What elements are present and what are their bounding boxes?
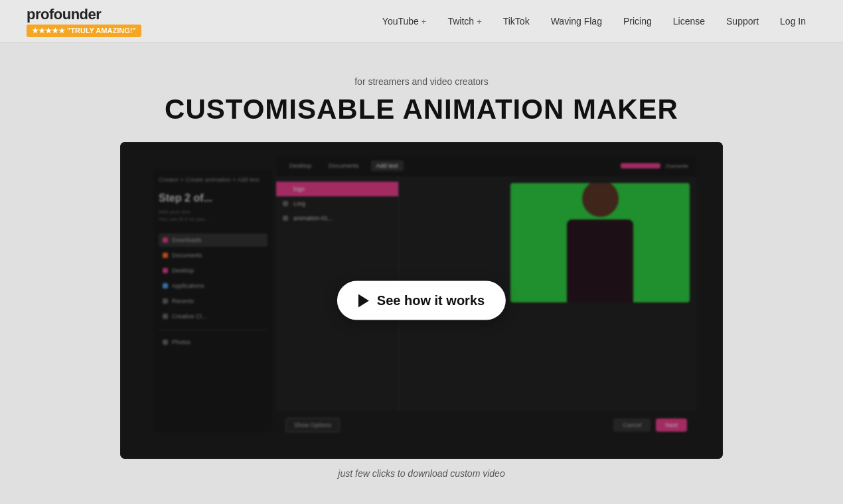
nav-pricing[interactable]: Pricing: [613, 11, 662, 32]
panel-divider: [159, 330, 268, 336]
hero-subtitle: for streamers and video creators: [13, 76, 830, 87]
video-caption: just few clicks to download custom video: [0, 468, 843, 479]
next-button[interactable]: Next: [656, 418, 687, 432]
panel-dot-icon: [163, 314, 168, 319]
file-item-logo: logo: [276, 182, 398, 196]
person-container: [510, 183, 690, 302]
hero-title: CUSTOMISABLE ANIMATION MAKER: [13, 94, 830, 125]
nav-youtube[interactable]: YouTube +: [372, 11, 437, 32]
nav-waving-flag[interactable]: Waving Flag: [540, 11, 613, 32]
file-name: logo: [293, 186, 392, 192]
cancel-button[interactable]: Cancel: [613, 418, 651, 432]
progress-bar: [621, 163, 660, 168]
person-body: [567, 220, 633, 303]
main-nav: YouTube + Twitch + TikTok Waving Flag Pr…: [372, 11, 816, 32]
step-desc: Add your textYou can fit it on you...: [159, 208, 268, 223]
panel-dot-icon: [163, 237, 168, 243]
file-name: Lorg: [293, 200, 392, 207]
panel-item-recents: Recents: [159, 294, 268, 308]
nav-youtube-plus: +: [422, 17, 427, 27]
panel-item-applications: Applications: [159, 279, 268, 292]
hero-section: for streamers and video creators CUSTOMI…: [0, 43, 843, 142]
show-options-button[interactable]: Show Options: [285, 418, 340, 432]
logo-badge: ★★★★★ "TRULY AMAZING!": [27, 25, 141, 37]
panel-item-desktop: Desktop: [159, 264, 268, 277]
panel-item-creative: Creative Cl...: [159, 310, 268, 323]
dialog-tab-documents: Documents: [323, 160, 364, 171]
video-preview: Creator > Create animation > Add text St…: [120, 142, 723, 459]
panel-dot-icon: [163, 340, 168, 345]
dialog-tab-addtext: Add text: [371, 160, 404, 171]
panel-dot-icon: [163, 283, 168, 288]
panel-item-photos: Photos: [159, 336, 268, 349]
sidebar-panel: Creator > Create animation > Add text St…: [153, 168, 273, 432]
progress-label: Overwrite: [666, 163, 688, 169]
person-head: [582, 183, 619, 217]
green-screen-preview: [510, 183, 690, 302]
logo-area: profounder ★★★★★ "TRULY AMAZING!": [27, 6, 141, 37]
bottom-action-panel: Show Options Cancel Next: [276, 411, 696, 439]
nav-support[interactable]: Support: [716, 11, 769, 32]
file-item-info: Lorg: [293, 200, 392, 207]
dialog-tab-desktop: Desktop: [284, 160, 317, 171]
nav-tiktok[interactable]: TikTok: [493, 11, 540, 32]
action-buttons: Cancel Next: [613, 418, 687, 432]
breadcrumb: Creator > Create animation > Add text: [159, 176, 268, 183]
nav-twitch-plus: +: [477, 17, 482, 27]
file-icon: [283, 186, 288, 192]
video-container: Creator > Create animation > Add text St…: [120, 142, 723, 459]
person-figure: [567, 183, 633, 302]
logo-text: profounder: [27, 6, 141, 23]
panel-item-downloads: Downloads: [159, 233, 268, 247]
panel-dot-icon: [163, 298, 168, 304]
nav-license[interactable]: License: [662, 11, 716, 32]
play-icon: [358, 294, 369, 307]
dialog-header: Desktop Documents Add text Overwrite: [276, 155, 696, 176]
file-name: animation-01...: [293, 215, 392, 221]
file-icon: [283, 216, 288, 221]
file-icon: [283, 201, 288, 206]
file-item-info: animation-01...: [293, 215, 392, 221]
nav-twitch[interactable]: Twitch +: [437, 11, 492, 32]
nav-login[interactable]: Log In: [769, 11, 816, 32]
panel-dot-icon: [163, 253, 168, 258]
step-label: Step 2 of...: [159, 192, 268, 204]
panel-item-documents: Documents: [159, 249, 268, 262]
play-button[interactable]: See how it works: [337, 281, 506, 320]
file-item-animation: animation-01...: [276, 211, 398, 225]
file-item-lorg: Lorg: [276, 196, 398, 211]
file-item-info: logo: [293, 186, 392, 192]
panel-dot-icon: [163, 268, 168, 273]
play-label: See how it works: [377, 293, 485, 308]
